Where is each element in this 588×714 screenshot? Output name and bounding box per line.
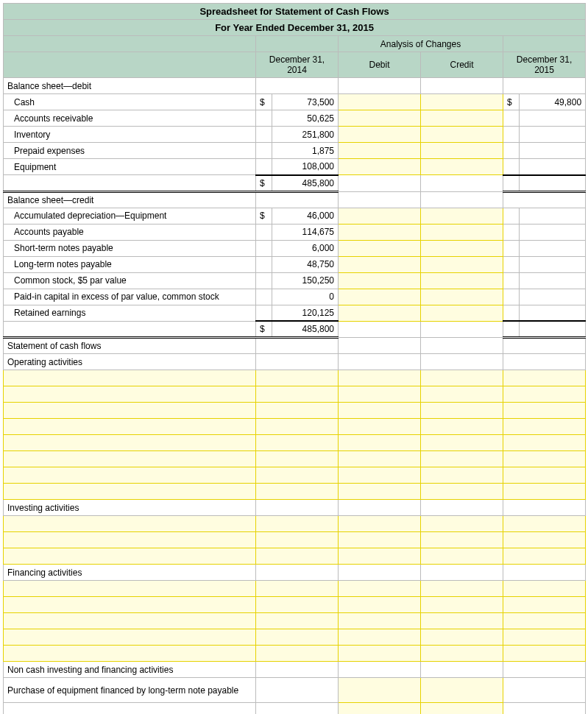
- inv-credit-2[interactable]: [421, 532, 503, 548]
- debit-cash[interactable]: [339, 94, 421, 110]
- fin-label-1[interactable]: [4, 581, 256, 597]
- fin-2014-3[interactable]: [256, 613, 339, 629]
- debit-inv[interactable]: [339, 127, 421, 143]
- inv-2015-2[interactable]: [503, 532, 586, 548]
- op-2015-6[interactable]: [503, 451, 586, 467]
- debit-purchase-note[interactable]: [339, 678, 421, 703]
- op-label-1[interactable]: [4, 370, 256, 386]
- debit-cs[interactable]: [339, 272, 421, 289]
- op-debit-1[interactable]: [339, 370, 421, 386]
- op-2015-2[interactable]: [503, 386, 586, 403]
- op-label-6[interactable]: [4, 451, 256, 467]
- op-2014-4[interactable]: [256, 419, 339, 435]
- op-credit-5[interactable]: [421, 435, 503, 451]
- fin-2014-5[interactable]: [256, 646, 339, 662]
- op-credit-6[interactable]: [421, 451, 503, 467]
- op-2014-6[interactable]: [256, 451, 339, 467]
- op-credit-8[interactable]: [421, 484, 503, 500]
- fin-credit-4[interactable]: [421, 629, 503, 646]
- credit-cs[interactable]: [421, 272, 503, 289]
- op-debit-6[interactable]: [339, 451, 421, 467]
- inv-2014-3[interactable]: [256, 548, 339, 565]
- debit-re[interactable]: [339, 305, 421, 321]
- inv-debit-3[interactable]: [339, 548, 421, 565]
- debit-ar[interactable]: [339, 110, 421, 127]
- op-debit-8[interactable]: [339, 484, 421, 500]
- op-2015-7[interactable]: [503, 467, 586, 484]
- fin-credit-2[interactable]: [421, 597, 503, 613]
- credit-purchase-note[interactable]: [421, 678, 503, 703]
- fin-label-5[interactable]: [4, 646, 256, 662]
- fin-2015-3[interactable]: [503, 613, 586, 629]
- debit-stnp[interactable]: [339, 240, 421, 256]
- op-label-2[interactable]: [4, 386, 256, 403]
- op-2014-8[interactable]: [256, 484, 339, 500]
- op-2014-7[interactable]: [256, 467, 339, 484]
- credit-pre[interactable]: [421, 143, 503, 159]
- op-debit-7[interactable]: [339, 467, 421, 484]
- fin-2015-2[interactable]: [503, 597, 586, 613]
- debit-pic[interactable]: [339, 289, 421, 305]
- inv-label-3[interactable]: [4, 548, 256, 565]
- op-2015-1[interactable]: [503, 370, 586, 386]
- fin-debit-1[interactable]: [339, 581, 421, 597]
- op-label-4[interactable]: [4, 419, 256, 435]
- inv-label-2[interactable]: [4, 532, 256, 548]
- op-2014-5[interactable]: [256, 435, 339, 451]
- fin-2014-2[interactable]: [256, 597, 339, 613]
- inv-2014-1[interactable]: [256, 516, 339, 532]
- credit-stnp[interactable]: [421, 240, 503, 256]
- op-debit-2[interactable]: [339, 386, 421, 403]
- fin-2014-1[interactable]: [256, 581, 339, 597]
- fin-credit-1[interactable]: [421, 581, 503, 597]
- op-credit-4[interactable]: [421, 419, 503, 435]
- credit-re[interactable]: [421, 305, 503, 321]
- inv-label-1[interactable]: [4, 516, 256, 532]
- fin-2015-1[interactable]: [503, 581, 586, 597]
- op-2015-8[interactable]: [503, 484, 586, 500]
- debit-ap[interactable]: [339, 224, 421, 240]
- op-debit-5[interactable]: [339, 435, 421, 451]
- credit-ar[interactable]: [421, 110, 503, 127]
- inv-2015-1[interactable]: [503, 516, 586, 532]
- fin-debit-4[interactable]: [339, 629, 421, 646]
- credit-eq[interactable]: [421, 159, 503, 175]
- op-label-7[interactable]: [4, 467, 256, 484]
- debit-bottom[interactable]: [339, 703, 421, 715]
- credit-inv[interactable]: [421, 127, 503, 143]
- op-label-5[interactable]: [4, 435, 256, 451]
- fin-debit-2[interactable]: [339, 597, 421, 613]
- fin-label-2[interactable]: [4, 597, 256, 613]
- inv-debit-1[interactable]: [339, 516, 421, 532]
- credit-ap[interactable]: [421, 224, 503, 240]
- debit-pre[interactable]: [339, 143, 421, 159]
- fin-label-4[interactable]: [4, 629, 256, 646]
- fin-2015-5[interactable]: [503, 646, 586, 662]
- inv-credit-1[interactable]: [421, 516, 503, 532]
- credit-ltnp[interactable]: [421, 256, 503, 272]
- fin-credit-3[interactable]: [421, 613, 503, 629]
- op-debit-4[interactable]: [339, 419, 421, 435]
- op-2014-1[interactable]: [256, 370, 339, 386]
- debit-ltnp[interactable]: [339, 256, 421, 272]
- op-debit-3[interactable]: [339, 403, 421, 419]
- credit-bottom[interactable]: [421, 703, 503, 715]
- credit-cash[interactable]: [421, 94, 503, 110]
- credit-accdep[interactable]: [421, 208, 503, 224]
- inv-2015-3[interactable]: [503, 548, 586, 565]
- fin-credit-5[interactable]: [421, 646, 503, 662]
- inv-2014-2[interactable]: [256, 532, 339, 548]
- credit-pic[interactable]: [421, 289, 503, 305]
- fin-debit-3[interactable]: [339, 613, 421, 629]
- op-credit-3[interactable]: [421, 403, 503, 419]
- op-2015-4[interactable]: [503, 419, 586, 435]
- fin-debit-5[interactable]: [339, 646, 421, 662]
- op-credit-1[interactable]: [421, 370, 503, 386]
- debit-eq[interactable]: [339, 159, 421, 175]
- debit-accdep[interactable]: [339, 208, 421, 224]
- fin-2015-4[interactable]: [503, 629, 586, 646]
- op-2015-3[interactable]: [503, 403, 586, 419]
- op-2014-2[interactable]: [256, 386, 339, 403]
- op-2014-3[interactable]: [256, 403, 339, 419]
- op-2015-5[interactable]: [503, 435, 586, 451]
